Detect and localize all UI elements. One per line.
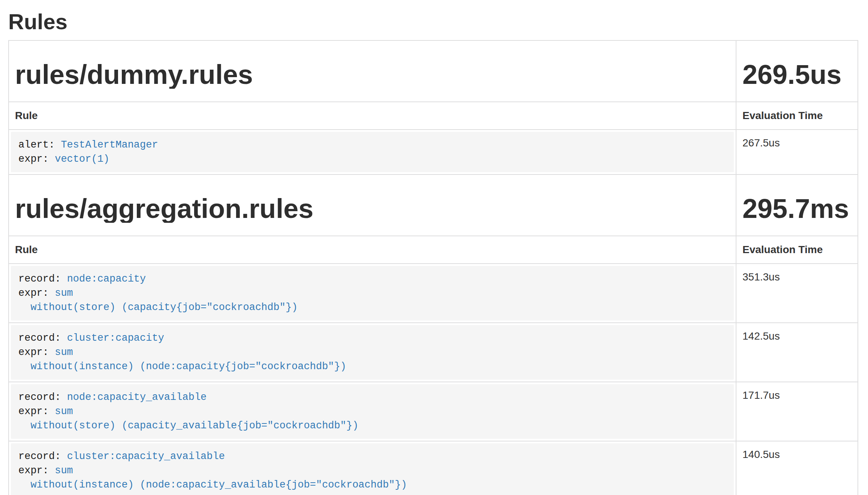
group-file-heading: rules/dummy.rules (15, 60, 730, 89)
rule-key: expr: (18, 347, 55, 358)
rule-key: expr: (18, 465, 55, 476)
rule-cell: record: node:capacityexpr: sum without(s… (9, 264, 736, 323)
rule-key: record: (18, 392, 67, 403)
evaluation-time-cell: 267.5us (736, 130, 858, 174)
evaluation-time-column-header: Evaluation Time (736, 102, 858, 130)
rule-row: alert: TestAlertManagerexpr: vector(1) 2… (9, 130, 858, 174)
rule-key: expr: (18, 406, 55, 417)
rule-code: record: node:capacity_availableexpr: sum… (11, 384, 734, 439)
column-header-row: Rule Evaluation Time (9, 102, 858, 130)
rule-code: alert: TestAlertManagerexpr: vector(1) (11, 132, 734, 172)
group-file-heading: rules/aggregation.rules (15, 194, 730, 223)
rule-link[interactable]: without(store) (capacity{job="cockroachd… (18, 302, 298, 313)
rule-link[interactable]: node:capacity_available (67, 392, 207, 403)
rule-cell: alert: TestAlertManagerexpr: vector(1) (9, 130, 736, 174)
rule-link[interactable]: node:capacity (67, 273, 146, 285)
rule-cell: record: node:capacity_availableexpr: sum… (9, 382, 736, 441)
group-header-row: rules/aggregation.rules 295.7ms (9, 174, 858, 236)
group-total-time: 295.7ms (742, 194, 852, 223)
rule-link[interactable]: vector(1) (55, 154, 109, 165)
rule-link[interactable]: TestAlertManager (61, 139, 158, 151)
rule-link[interactable]: sum (55, 406, 73, 417)
rule-row: record: cluster:capacity_availableexpr: … (9, 441, 858, 495)
group-total-time: 269.5us (742, 60, 852, 89)
rules-table: rules/dummy.rules 269.5us Rule Evaluatio… (8, 40, 858, 495)
page-title: Rules (8, 10, 860, 33)
rule-link[interactable]: sum (55, 465, 73, 476)
group-header-row: rules/dummy.rules 269.5us (9, 40, 858, 102)
rule-link[interactable]: without(instance) (node:capacity{job="co… (18, 361, 346, 372)
evaluation-time-cell: 171.7us (736, 382, 858, 441)
rule-cell: record: cluster:capacity_availableexpr: … (9, 441, 736, 495)
rule-key: record: (18, 451, 67, 462)
rule-code: record: cluster:capacityexpr: sum withou… (11, 325, 734, 380)
evaluation-time-cell: 142.5us (736, 323, 858, 382)
rule-key: record: (18, 332, 67, 344)
rule-link[interactable]: without(store) (capacity_available{job="… (18, 420, 358, 431)
rule-row: record: cluster:capacityexpr: sum withou… (9, 323, 858, 382)
evaluation-time-column-header: Evaluation Time (736, 236, 858, 264)
rule-key: alert: (18, 139, 61, 151)
rule-key: record: (18, 273, 67, 285)
group-total-cell: 295.7ms (736, 174, 858, 236)
rule-column-header: Rule (9, 102, 736, 130)
rules-page: Rules rules/dummy.rules 269.5us Rule Eva… (0, 10, 868, 495)
rule-row: record: node:capacity_availableexpr: sum… (9, 382, 858, 441)
evaluation-time-cell: 351.3us (736, 264, 858, 323)
group-file-cell: rules/aggregation.rules (9, 174, 736, 236)
group-total-cell: 269.5us (736, 40, 858, 102)
rule-code: record: cluster:capacity_availableexpr: … (11, 443, 734, 495)
rule-link[interactable]: without(instance) (node:capacity_availab… (18, 479, 407, 491)
rule-row: record: node:capacityexpr: sum without(s… (9, 264, 858, 323)
evaluation-time-cell: 140.5us (736, 441, 858, 495)
rule-link[interactable]: cluster:capacity_available (67, 451, 225, 462)
rule-link[interactable]: sum (55, 288, 73, 299)
rule-cell: record: cluster:capacityexpr: sum withou… (9, 323, 736, 382)
rule-code: record: node:capacityexpr: sum without(s… (11, 266, 734, 321)
rule-column-header: Rule (9, 236, 736, 264)
rule-link[interactable]: cluster:capacity (67, 332, 164, 344)
group-file-cell: rules/dummy.rules (9, 40, 736, 102)
rule-key: expr: (18, 288, 55, 299)
rule-key: expr: (18, 154, 55, 165)
column-header-row: Rule Evaluation Time (9, 236, 858, 264)
rule-link[interactable]: sum (55, 347, 73, 358)
